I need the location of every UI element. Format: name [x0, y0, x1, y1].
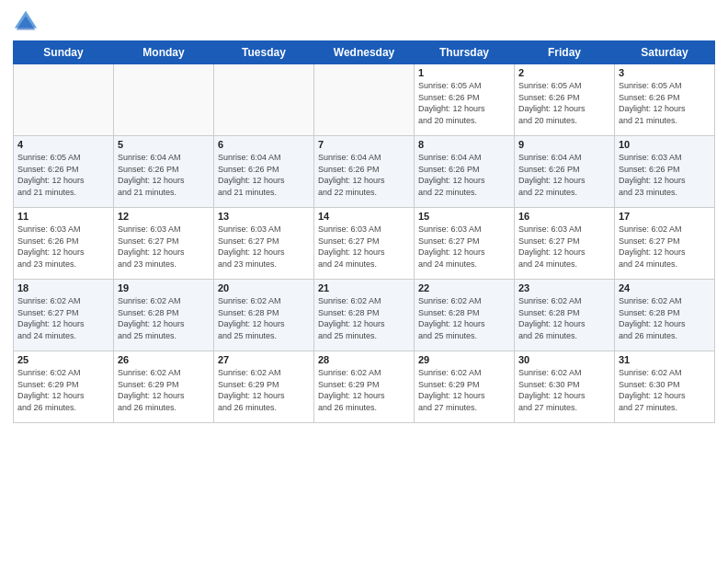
day-info-line: Sunrise: 6:04 AM	[118, 152, 210, 164]
day-info-line: Daylight: 12 hours	[318, 390, 410, 402]
day-info-line: Sunrise: 6:02 AM	[619, 295, 711, 307]
day-info-line: and 21 minutes.	[218, 187, 310, 199]
day-number: 26	[118, 354, 210, 365]
day-info-line: Sunset: 6:27 PM	[218, 236, 310, 247]
calendar-table: SundayMondayTuesdayWednesdayThursdayFrid…	[13, 40, 715, 423]
calendar-cell: 3Sunrise: 6:05 AMSunset: 6:26 PMDaylight…	[615, 64, 715, 136]
day-info-line: Daylight: 12 hours	[318, 247, 410, 259]
day-info-line: and 24 minutes.	[518, 259, 610, 270]
day-info-line: Daylight: 12 hours	[17, 318, 109, 330]
day-info-line: and 26 minutes.	[218, 402, 310, 414]
calendar-week-row: 11Sunrise: 6:03 AMSunset: 6:26 PMDayligh…	[14, 208, 715, 280]
day-number: 11	[17, 211, 109, 222]
calendar-cell: 14Sunrise: 6:03 AMSunset: 6:27 PMDayligh…	[314, 208, 415, 280]
calendar-cell: 9Sunrise: 6:04 AMSunset: 6:26 PMDaylight…	[515, 136, 615, 208]
day-number: 17	[619, 211, 711, 222]
day-info-line: Sunset: 6:28 PM	[518, 307, 610, 319]
day-info-line: Sunset: 6:28 PM	[619, 307, 711, 319]
day-info-line: and 21 minutes.	[118, 187, 210, 199]
day-number: 30	[518, 354, 610, 365]
day-number: 10	[619, 139, 711, 150]
day-info-line: Sunset: 6:26 PM	[318, 164, 410, 176]
calendar-cell: 7Sunrise: 6:04 AMSunset: 6:26 PMDaylight…	[314, 136, 415, 208]
day-info-line: Daylight: 12 hours	[619, 390, 711, 402]
day-info-line: Sunset: 6:26 PM	[118, 164, 210, 176]
day-info-line: Sunset: 6:26 PM	[418, 164, 510, 176]
calendar-cell: 15Sunrise: 6:03 AMSunset: 6:27 PMDayligh…	[415, 208, 515, 280]
day-number: 25	[17, 354, 109, 365]
day-info-line: Sunset: 6:26 PM	[17, 236, 109, 247]
day-info-line: Daylight: 12 hours	[619, 175, 711, 187]
day-info-line: and 26 minutes.	[118, 402, 210, 414]
calendar-cell: 16Sunrise: 6:03 AMSunset: 6:27 PMDayligh…	[515, 208, 615, 280]
day-number: 21	[318, 282, 410, 293]
calendar-cell: 29Sunrise: 6:02 AMSunset: 6:29 PMDayligh…	[415, 351, 515, 423]
day-info-line: Sunset: 6:27 PM	[518, 236, 610, 247]
day-info-line: Daylight: 12 hours	[318, 318, 410, 330]
day-info-line: Sunrise: 6:03 AM	[518, 224, 610, 236]
calendar-cell: 30Sunrise: 6:02 AMSunset: 6:30 PMDayligh…	[515, 351, 615, 423]
day-info-line: Sunrise: 6:03 AM	[619, 152, 711, 164]
day-info-line: Sunset: 6:29 PM	[418, 379, 510, 391]
day-info-line: and 24 minutes.	[418, 259, 510, 270]
day-info-line: Daylight: 12 hours	[118, 318, 210, 330]
day-info-line: Daylight: 12 hours	[218, 247, 310, 259]
day-info-line: Daylight: 12 hours	[17, 175, 109, 187]
day-info-line: Sunset: 6:26 PM	[218, 164, 310, 176]
day-info-line: and 26 minutes.	[17, 402, 109, 414]
day-number: 9	[518, 139, 610, 150]
calendar-cell: 13Sunrise: 6:03 AMSunset: 6:27 PMDayligh…	[214, 208, 314, 280]
day-info-line: Sunset: 6:26 PM	[619, 92, 711, 104]
day-info-line: and 27 minutes.	[518, 402, 610, 414]
day-number: 19	[118, 282, 210, 293]
day-info-line: Sunset: 6:27 PM	[17, 307, 109, 319]
day-number: 27	[218, 354, 310, 365]
day-info-line: Sunrise: 6:05 AM	[418, 80, 510, 92]
calendar-cell: 24Sunrise: 6:02 AMSunset: 6:28 PMDayligh…	[615, 280, 715, 351]
calendar-cell: 31Sunrise: 6:02 AMSunset: 6:30 PMDayligh…	[615, 351, 715, 423]
calendar-day-header: Sunday	[14, 41, 114, 64]
day-info-line: Sunrise: 6:02 AM	[518, 295, 610, 307]
day-info-line: Sunrise: 6:02 AM	[318, 367, 410, 379]
day-info-line: and 22 minutes.	[318, 187, 410, 199]
day-info-line: Sunset: 6:26 PM	[619, 164, 711, 176]
day-number: 13	[218, 211, 310, 222]
day-info-line: Sunset: 6:30 PM	[619, 379, 711, 391]
day-info-line: Sunrise: 6:05 AM	[619, 80, 711, 92]
day-number: 23	[518, 282, 610, 293]
day-info-line: Daylight: 12 hours	[518, 103, 610, 115]
day-info-line: and 24 minutes.	[318, 259, 410, 270]
calendar-cell: 23Sunrise: 6:02 AMSunset: 6:28 PMDayligh…	[515, 280, 615, 351]
logo-icon	[13, 9, 39, 35]
day-number: 3	[619, 67, 711, 78]
day-info-line: and 25 minutes.	[318, 330, 410, 342]
day-info-line: Daylight: 12 hours	[518, 247, 610, 259]
day-info-line: Daylight: 12 hours	[318, 175, 410, 187]
day-info-line: Sunrise: 6:04 AM	[518, 152, 610, 164]
day-info-line: Sunset: 6:29 PM	[118, 379, 210, 391]
day-info-line: Daylight: 12 hours	[118, 175, 210, 187]
day-info-line: Sunset: 6:27 PM	[619, 236, 711, 247]
day-info-line: Sunrise: 6:02 AM	[619, 224, 711, 236]
day-info-line: and 21 minutes.	[17, 187, 109, 199]
calendar-cell: 28Sunrise: 6:02 AMSunset: 6:29 PMDayligh…	[314, 351, 415, 423]
day-info-line: Daylight: 12 hours	[418, 175, 510, 187]
day-info-line: and 20 minutes.	[518, 115, 610, 127]
calendar-cell	[314, 64, 415, 136]
calendar-day-header: Friday	[515, 41, 615, 64]
calendar-cell: 8Sunrise: 6:04 AMSunset: 6:26 PMDaylight…	[415, 136, 515, 208]
day-info-line: and 23 minutes.	[118, 259, 210, 270]
day-number: 12	[118, 211, 210, 222]
day-info-line: Daylight: 12 hours	[619, 103, 711, 115]
calendar-cell: 11Sunrise: 6:03 AMSunset: 6:26 PMDayligh…	[14, 208, 114, 280]
day-number: 18	[17, 282, 109, 293]
day-info-line: Sunrise: 6:02 AM	[118, 295, 210, 307]
day-info-line: Sunrise: 6:02 AM	[318, 295, 410, 307]
day-info-line: Daylight: 12 hours	[619, 247, 711, 259]
day-info-line: Daylight: 12 hours	[218, 175, 310, 187]
day-info-line: Sunset: 6:27 PM	[318, 236, 410, 247]
day-info-line: Daylight: 12 hours	[17, 247, 109, 259]
day-number: 14	[318, 211, 410, 222]
day-info-line: Sunrise: 6:04 AM	[218, 152, 310, 164]
calendar-week-row: 4Sunrise: 6:05 AMSunset: 6:26 PMDaylight…	[14, 136, 715, 208]
